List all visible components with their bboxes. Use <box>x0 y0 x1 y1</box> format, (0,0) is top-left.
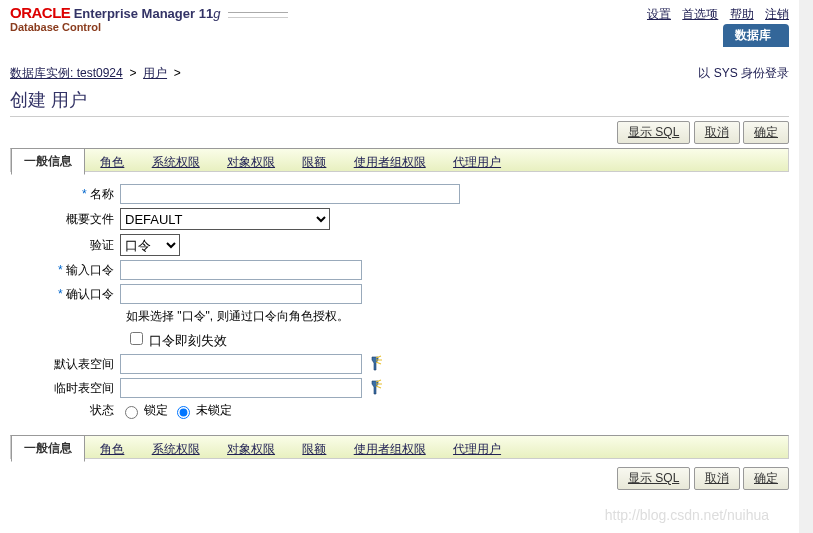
page-title: 创建 用户 <box>10 88 789 112</box>
expire-password-label: 口令即刻失效 <box>149 333 227 348</box>
tab-quotas[interactable]: 限额 <box>290 150 338 175</box>
profile-label: 概要文件 <box>10 211 120 228</box>
profile-select[interactable]: DEFAULT <box>120 208 330 230</box>
confirm-password-input[interactable] <box>120 284 362 304</box>
default-tablespace-input[interactable] <box>120 354 362 374</box>
status-unlocked-radio[interactable] <box>177 406 190 419</box>
form-area: * 名称 概要文件 DEFAULT 验证 口令 * 输入口令 * 确认口令 如果… <box>10 172 789 431</box>
oracle-logo: ORACLE <box>10 4 70 21</box>
logout-link[interactable]: 注销 <box>765 7 789 21</box>
temp-tablespace-input[interactable] <box>120 378 362 398</box>
password-hint: 如果选择 "口令", 则通过口令向角色授权。 <box>126 308 789 325</box>
show-sql-button[interactable]: 显示 SQL <box>617 121 690 144</box>
tab-object-privileges[interactable]: 对象权限 <box>215 150 287 175</box>
preferences-link[interactable]: 首选项 <box>682 7 718 21</box>
tab-general-bottom[interactable]: 一般信息 <box>11 435 85 462</box>
tab-roles[interactable]: 角色 <box>88 150 136 175</box>
status-label: 状态 <box>10 402 120 419</box>
cancel-button-bottom[interactable]: 取消 <box>694 467 740 490</box>
header-rule <box>228 12 288 18</box>
tab-system-privileges-bottom[interactable]: 系统权限 <box>140 437 212 462</box>
tab-proxy-users[interactable]: 代理用户 <box>441 150 513 175</box>
settings-link[interactable]: 设置 <box>647 7 671 21</box>
breadcrumb: 以 SYS 身份登录 数据库实例: test0924 > 用户 > <box>10 65 789 82</box>
name-input[interactable] <box>120 184 460 204</box>
tab-object-privileges-bottom[interactable]: 对象权限 <box>215 437 287 462</box>
header: ORACLE Enterprise Manager 11g Database C… <box>0 0 799 33</box>
tab-roles-bottom[interactable]: 角色 <box>88 437 136 462</box>
ok-button[interactable]: 确定 <box>743 121 789 144</box>
breadcrumb-users[interactable]: 用户 <box>143 66 167 80</box>
name-label: 名称 <box>90 187 114 201</box>
enter-password-label: 输入口令 <box>66 263 114 277</box>
tab-consumer-groups-bottom[interactable]: 使用者组权限 <box>342 437 438 462</box>
status-unlocked-option[interactable]: 未锁定 <box>172 402 232 419</box>
watermark: http://blog.csdn.net/nuihua <box>605 507 769 523</box>
database-tab[interactable]: 数据库 <box>723 24 789 47</box>
ok-button-bottom[interactable]: 确定 <box>743 467 789 490</box>
tab-row-top: 一般信息 角色 系统权限 对象权限 限额 使用者组权限 代理用户 <box>10 148 789 172</box>
temp-tablespace-label: 临时表空间 <box>10 380 120 397</box>
show-sql-button-bottom[interactable]: 显示 SQL <box>617 467 690 490</box>
flashlight-icon[interactable] <box>366 355 384 373</box>
separator <box>10 116 789 117</box>
status-locked-option[interactable]: 锁定 <box>120 402 168 419</box>
tab-quotas-bottom[interactable]: 限额 <box>290 437 338 462</box>
button-row-top: 显示 SQL 取消 确定 <box>10 121 789 144</box>
confirm-password-label: 确认口令 <box>66 287 114 301</box>
tab-proxy-users-bottom[interactable]: 代理用户 <box>441 437 513 462</box>
breadcrumb-instance[interactable]: 数据库实例: test0924 <box>10 66 123 80</box>
tab-general[interactable]: 一般信息 <box>11 148 85 175</box>
auth-select[interactable]: 口令 <box>120 234 180 256</box>
enter-password-input[interactable] <box>120 260 362 280</box>
product-g: g <box>213 6 220 21</box>
expire-password-checkbox[interactable] <box>130 332 143 345</box>
default-tablespace-label: 默认表空间 <box>10 356 120 373</box>
login-as: 以 SYS 身份登录 <box>698 65 789 82</box>
product-title: Enterprise Manager 11 <box>74 6 213 21</box>
cancel-button[interactable]: 取消 <box>694 121 740 144</box>
auth-label: 验证 <box>10 237 120 254</box>
top-links: 设置 首选项 帮助 注销 <box>639 6 789 23</box>
tab-system-privileges[interactable]: 系统权限 <box>140 150 212 175</box>
tab-consumer-groups[interactable]: 使用者组权限 <box>342 150 438 175</box>
flashlight-icon[interactable] <box>366 379 384 397</box>
button-row-bottom: 显示 SQL 取消 确定 <box>10 467 789 490</box>
status-locked-radio[interactable] <box>125 406 138 419</box>
help-link[interactable]: 帮助 <box>730 7 754 21</box>
tab-row-bottom: 一般信息 角色 系统权限 对象权限 限额 使用者组权限 代理用户 <box>10 435 789 459</box>
